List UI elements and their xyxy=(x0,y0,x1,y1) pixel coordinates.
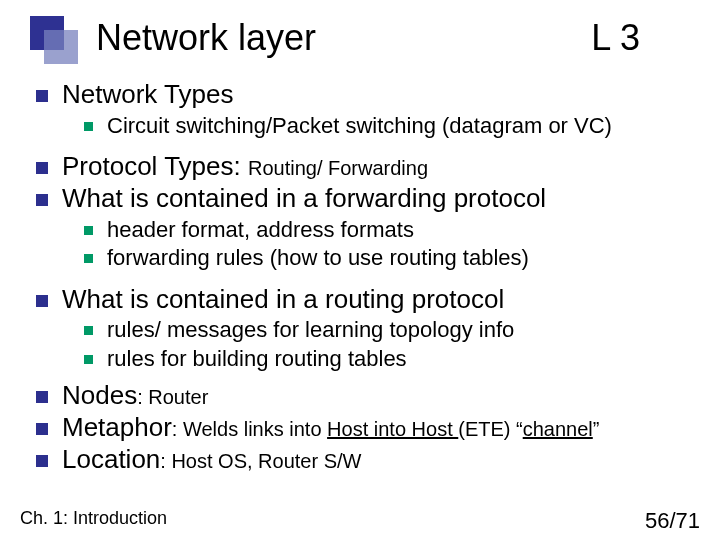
seg-a: Protocol Types: xyxy=(62,151,248,181)
item-network-types: Network Types xyxy=(36,80,710,110)
seg-d: (ETE) “ xyxy=(458,418,522,440)
subitem-rp1: rules/ messages for learning topology in… xyxy=(84,317,710,342)
subitem-circuit: Circuit switching/Packet switching (data… xyxy=(84,113,710,138)
subitem-rp2: rules for building routing tables xyxy=(84,346,710,371)
subitem-fp1: header format, address formats xyxy=(84,217,710,242)
seg-b: : Host OS, Router S/W xyxy=(160,450,361,472)
seg-a: Nodes xyxy=(62,380,137,410)
text: header format, address formats xyxy=(107,217,710,242)
bullet-icon xyxy=(36,90,48,102)
seg-b: : Welds links into xyxy=(172,418,327,440)
text: Circuit switching/Packet switching (data… xyxy=(107,113,710,138)
bullet-icon xyxy=(36,194,48,206)
title-right: L 3 xyxy=(591,17,700,59)
seg-b: : Router xyxy=(137,386,208,408)
text: Protocol Types: Routing/ Forwarding xyxy=(62,152,710,182)
title-accent-icon xyxy=(30,16,84,60)
slide: Network layer L 3 Network Types Circuit … xyxy=(0,0,720,540)
text: Metaphor: Welds links into Host into Hos… xyxy=(62,413,710,443)
title-text: Network layer L 3 xyxy=(96,17,700,59)
text: What is contained in a routing protocol xyxy=(62,285,710,315)
text: forwarding rules (how to use routing tab… xyxy=(107,245,710,270)
bullet-icon xyxy=(84,226,93,235)
footer: Ch. 1: Introduction 56/71 xyxy=(20,508,700,534)
seg-e: channel xyxy=(523,418,593,440)
footer-page: 56/71 xyxy=(645,508,700,534)
text: Location: Host OS, Router S/W xyxy=(62,445,710,475)
text: Network Types xyxy=(62,80,710,110)
bullet-icon xyxy=(36,295,48,307)
bullet-icon xyxy=(36,162,48,174)
item-nodes: Nodes: Router xyxy=(36,381,710,411)
seg-a: Location xyxy=(62,444,160,474)
subitem-fp2: forwarding rules (how to use routing tab… xyxy=(84,245,710,270)
bullet-icon xyxy=(84,355,93,364)
title-row: Network layer L 3 xyxy=(30,8,700,68)
item-forwarding: What is contained in a forwarding protoc… xyxy=(36,184,710,214)
bullet-icon xyxy=(36,423,48,435)
seg-a: Metaphor xyxy=(62,412,172,442)
item-metaphor: Metaphor: Welds links into Host into Hos… xyxy=(36,413,710,443)
bullet-icon xyxy=(36,391,48,403)
text: rules for building routing tables xyxy=(107,346,710,371)
item-routing: What is contained in a routing protocol xyxy=(36,285,710,315)
item-location: Location: Host OS, Router S/W xyxy=(36,445,710,475)
seg-f: ” xyxy=(593,418,600,440)
body: Network Types Circuit switching/Packet s… xyxy=(36,74,710,508)
bullet-icon xyxy=(84,326,93,335)
title-left: Network layer xyxy=(96,17,316,59)
seg-c: Host into Host xyxy=(327,418,458,440)
bullet-icon xyxy=(36,455,48,467)
bullet-icon xyxy=(84,122,93,131)
text: rules/ messages for learning topology in… xyxy=(107,317,710,342)
bullet-icon xyxy=(84,254,93,263)
item-protocol-types: Protocol Types: Routing/ Forwarding xyxy=(36,152,710,182)
text: Nodes: Router xyxy=(62,381,710,411)
footer-left: Ch. 1: Introduction xyxy=(20,508,167,534)
text: What is contained in a forwarding protoc… xyxy=(62,184,710,214)
seg-b: Routing/ Forwarding xyxy=(248,157,428,179)
